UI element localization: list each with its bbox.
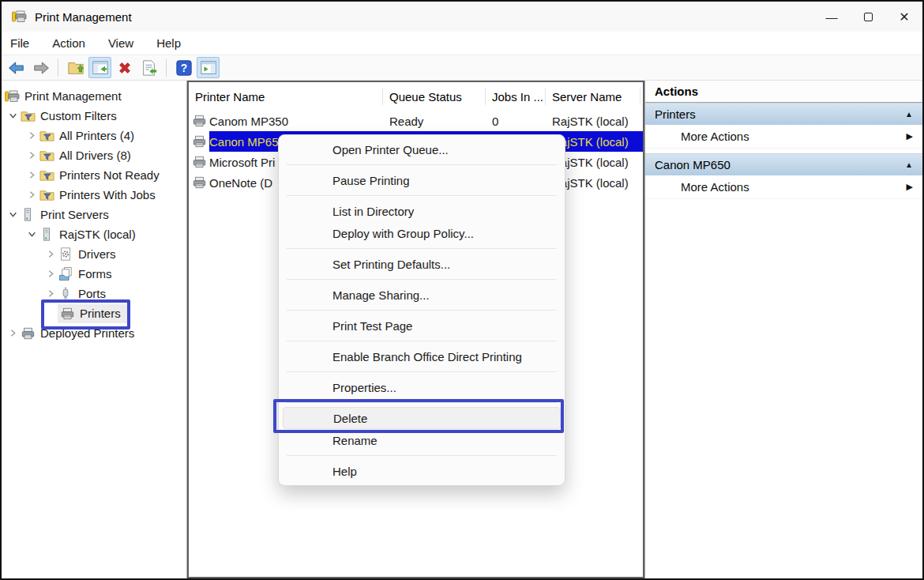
toolbar-separator [58,59,58,77]
menu-item-label: Rename [332,434,377,447]
tree-item-print-servers[interactable]: Print Servers [2,205,186,224]
export-list-button[interactable] [137,57,160,78]
chevron-down-icon[interactable] [6,109,20,123]
up-folder-icon [67,59,85,77]
printer-row[interactable]: Canom MP350Ready0RajSTK (local) [189,111,643,131]
chevron-down-icon[interactable] [24,228,39,242]
chevron-right-icon[interactable] [24,149,39,163]
tree-item-label: Print Management [24,89,122,103]
chevron-right-icon[interactable] [43,287,58,301]
collapse-up-triangle-icon[interactable]: ▲ [905,160,913,169]
back-arrow-button[interactable] [5,57,28,78]
tree-item-all-drivers-8-[interactable]: All Drivers (8) [2,145,186,165]
collapse-up-triangle-icon[interactable]: ▲ [905,110,913,119]
chevron-right-icon[interactable] [24,129,39,143]
column-header-printer-name[interactable]: Printer Name [189,88,383,105]
tree-item-label: Printers Not Ready [59,168,160,182]
menu-item-label: Set Printing Defaults... [332,258,450,271]
menu-file[interactable]: File [3,34,36,52]
tree-item-label: Print Servers [40,208,109,221]
tree-item-label: All Drivers (8) [59,149,131,162]
toolbar-separator [166,59,167,77]
menu-separator [287,164,557,165]
chevron-right-icon[interactable] [43,267,58,281]
tree-item-drivers[interactable]: Drivers [2,244,186,264]
menu-item-help[interactable]: Help [279,460,565,482]
menu-separator [287,195,557,196]
menu-item-deploy-with-group-policy-[interactable]: Deploy with Group Policy... [279,222,565,244]
tree-item-label: All Printers (4) [59,129,134,142]
column-header-jobs-in-[interactable]: Jobs In ... [486,88,546,105]
column-header-server-name[interactable]: Server Name [546,88,640,105]
menu-item-manage-sharing-[interactable]: Manage Sharing... [279,284,565,306]
menu-help[interactable]: Help [149,34,188,52]
actions-section-canon-mp650[interactable]: Canon MP650▲ [645,153,922,175]
tree-item-printers[interactable]: Printers [2,303,186,323]
window-controls: —✕ [813,2,922,32]
column-header-label: Queue Status [389,90,462,104]
menu-item-label: Help [332,465,357,478]
menu-item-label: Properties... [332,381,396,394]
minimize-button[interactable]: — [813,2,850,32]
menu-item-delete[interactable]: Delete [283,407,561,429]
server-icon [20,207,36,223]
chevron-right-icon[interactable] [6,326,20,341]
column-header-label: Printer Name [195,90,265,104]
menu-item-enable-branch-office-direct-printing[interactable]: Enable Branch Office Direct Printing [279,345,565,367]
menu-item-properties-[interactable]: Properties... [279,376,565,398]
menu-item-list-in-directory[interactable]: List in Directory [279,200,565,222]
menu-item-open-printer-queue-[interactable]: Open Printer Queue... [279,138,565,160]
tree-item-forms[interactable]: Forms [2,264,186,284]
tree-item-deployed-printers[interactable]: Deployed Printers [2,323,186,343]
tree-item-label: Forms [78,267,112,281]
chevron-down-icon[interactable] [6,208,20,222]
chevron-right-icon[interactable] [24,168,39,183]
menu-item-set-printing-defaults-[interactable]: Set Printing Defaults... [279,253,565,275]
delete-x-button[interactable] [113,57,136,78]
console-tree-pane: Print ManagementCustom FiltersAll Printe… [2,81,187,578]
menu-item-print-test-page[interactable]: Print Test Page [279,314,565,337]
back-arrow-icon [8,59,25,77]
more-actions-item[interactable]: More Actions▶ [645,175,922,199]
row-cells: Canom MP350Ready0RajSTK (local) [209,111,643,131]
menu-action[interactable]: Action [45,34,92,52]
menu-view[interactable]: View [101,34,141,52]
actions-sections: Printers▲More Actions▶Canon MP650▲More A… [645,103,922,199]
tree-item-printers-with-jobs[interactable]: Printers With Jobs [2,185,186,205]
menu-item-rename[interactable]: Rename [279,429,565,451]
list-column-headers: Printer NameQueue StatusJobs In ...Serve… [189,82,643,111]
more-actions-item[interactable]: More Actions▶ [645,125,922,149]
tree-item-label: Printers [80,307,121,320]
printer-icon [192,134,207,149]
title-bar[interactable]: Print Management —✕ [2,2,922,32]
close-button[interactable]: ✕ [886,2,922,32]
chevron-right-icon[interactable] [24,188,39,202]
tree-item-ports[interactable]: Ports [2,284,186,303]
printer-icon [192,175,207,190]
printer-icon [192,155,207,169]
up-folder-button[interactable] [64,57,87,78]
help-button[interactable]: ? [172,57,195,78]
maximize-button[interactable] [850,2,886,32]
menu-item-label: Pause Printing [332,174,410,187]
column-header-queue-status[interactable]: Queue Status [383,88,486,105]
filter-folder-icon [39,148,54,164]
tree-item-rajstk-local-[interactable]: RajSTK (local) [2,224,186,244]
tree-item-label: Printers With Jobs [59,188,156,201]
show-console-tree-icon [92,59,109,77]
forward-arrow-button[interactable] [29,57,52,78]
show-console-tree-button[interactable] [88,57,111,78]
actions-section-printers[interactable]: Printers▲ [645,103,922,125]
printer-icon [192,114,207,128]
tree-item-printers-not-ready[interactable]: Printers Not Ready [2,165,186,185]
tree-item-all-printers-4-[interactable]: All Printers (4) [2,126,186,145]
show-action-pane-button[interactable] [197,57,220,78]
cell-name: Canom MP350 [209,115,383,128]
cell-jobs: 0 [486,115,546,128]
tree-item-custom-filters[interactable]: Custom Filters [2,106,186,126]
menu-item-pause-printing[interactable]: Pause Printing [279,169,565,191]
tree-item-print-management[interactable]: Print Management [2,86,186,106]
help-icon: ? [175,59,193,77]
driver-doc-icon [58,247,73,262]
chevron-right-icon[interactable] [43,247,58,262]
